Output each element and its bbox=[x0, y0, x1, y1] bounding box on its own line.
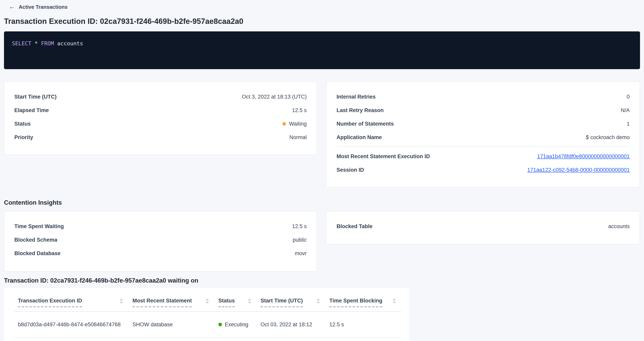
start-time-label: Start Time (UTC) bbox=[14, 94, 57, 100]
cell-statement: SHOW database bbox=[128, 311, 214, 338]
column-label-time-spent-blocking[interactable]: Time Spent Blocking bbox=[329, 298, 382, 307]
cell-start-time: Oct 03, 2022 at 18:12 bbox=[256, 311, 326, 338]
card-divider bbox=[336, 146, 630, 147]
waiting-on-table: Transaction Execution ID Most Recent Sta… bbox=[14, 288, 401, 338]
internal-retries-row: Internal Retries 0 bbox=[336, 90, 630, 103]
column-label-most-recent-statement[interactable]: Most Recent Statement bbox=[132, 298, 192, 307]
statement-execution-id-link[interactable]: 171aa1b478fdf0e80000000000000001 bbox=[537, 153, 630, 159]
priority-row: Priority Normal bbox=[14, 130, 307, 144]
sort-icon[interactable] bbox=[248, 299, 251, 304]
contention-right-card: Blocked Table accounts bbox=[326, 211, 640, 244]
sql-identifier: accounts bbox=[54, 40, 83, 46]
application-name-row: Application Name $ cockroach demo bbox=[336, 130, 630, 144]
blocked-schema-label: Blocked Schema bbox=[14, 237, 57, 243]
priority-label: Priority bbox=[14, 134, 33, 140]
status-value-text: Waiting bbox=[289, 121, 307, 127]
blocked-table-row: Blocked Table accounts bbox=[336, 219, 630, 233]
application-name-label: Application Name bbox=[336, 134, 382, 140]
sort-icon[interactable] bbox=[206, 299, 209, 304]
last-retry-reason-label: Last Retry Reason bbox=[336, 107, 384, 113]
statement-execution-id-label: Most Recent Statement Execution ID bbox=[336, 153, 430, 159]
column-header-time-spent-blocking[interactable]: Time Spent Blocking bbox=[326, 288, 401, 311]
page-title: Transaction Execution ID: 02ca7931-f246-… bbox=[4, 17, 640, 26]
waiting-on-heading: Transaction ID: 02ca7931-f246-469b-b2fe-… bbox=[4, 277, 640, 284]
contention-cards-row: Time Spent Waiting 12.5 s Blocked Schema… bbox=[4, 211, 640, 272]
back-link[interactable]: ← Active Transactions bbox=[4, 2, 640, 11]
waiting-status-dot-icon bbox=[282, 122, 286, 125]
internal-retries-value: 0 bbox=[627, 94, 630, 100]
time-spent-waiting-row: Time Spent Waiting 12.5 s bbox=[14, 219, 307, 233]
transaction-details-page: ← Active Transactions Transaction Execut… bbox=[0, 0, 644, 341]
elapsed-time-value: 12.5 s bbox=[292, 107, 307, 113]
blocked-schema-row: Blocked Schema public bbox=[14, 233, 307, 246]
status-value: Waiting bbox=[282, 121, 307, 127]
table-header-row: Transaction Execution ID Most Recent Sta… bbox=[14, 288, 401, 311]
back-arrow-icon: ← bbox=[9, 3, 15, 10]
back-link-label[interactable]: Active Transactions bbox=[19, 4, 68, 10]
time-spent-waiting-label: Time Spent Waiting bbox=[14, 223, 64, 229]
session-id-label: Session ID bbox=[336, 167, 364, 173]
elapsed-time-row: Elapsed Time 12.5 s bbox=[14, 103, 307, 117]
blocked-schema-value: public bbox=[292, 237, 307, 243]
sql-statement-box: SELECT * FROM accounts bbox=[4, 31, 640, 69]
sort-icon[interactable] bbox=[317, 299, 320, 304]
application-name-value: $ cockroach demo bbox=[586, 134, 630, 140]
start-time-row: Start Time (UTC) Oct 3, 2022 at 18:13 (U… bbox=[14, 90, 307, 103]
start-time-value: Oct 3, 2022 at 18:13 (UTC) bbox=[242, 94, 307, 100]
txn-summary-right-card: Internal Retries 0 Last Retry Reason N/A… bbox=[326, 81, 640, 188]
sql-operator: * bbox=[32, 40, 41, 46]
column-header-status[interactable]: Status bbox=[214, 288, 256, 311]
column-header-transaction-execution-id[interactable]: Transaction Execution ID bbox=[14, 288, 128, 311]
sql-keyword-select: SELECT bbox=[12, 40, 32, 46]
column-label-start-time[interactable]: Start Time (UTC) bbox=[260, 298, 303, 307]
summary-cards-row: Start Time (UTC) Oct 3, 2022 at 18:13 (U… bbox=[4, 81, 640, 188]
status-row: Status Waiting bbox=[14, 117, 307, 130]
cell-status: Executing bbox=[214, 311, 256, 338]
table-row: b8d7d03a-d497-446b-8474-e50846674768 SHO… bbox=[14, 311, 401, 338]
last-retry-reason-row: Last Retry Reason N/A bbox=[336, 103, 630, 117]
status-label: Status bbox=[14, 121, 31, 127]
number-of-statements-row: Number of Statements 1 bbox=[336, 117, 630, 130]
blocked-table-value: accounts bbox=[608, 223, 630, 229]
priority-value: Normal bbox=[290, 134, 307, 140]
blocked-database-value: movr bbox=[295, 250, 307, 256]
contention-insights-heading: Contention Insights bbox=[4, 199, 640, 206]
internal-retries-label: Internal Retries bbox=[336, 94, 376, 100]
contention-left-card: Time Spent Waiting 12.5 s Blocked Schema… bbox=[4, 211, 317, 272]
session-id-row: Session ID 171aa122-c092-54b8-0000-00000… bbox=[336, 163, 630, 176]
blocked-database-row: Blocked Database movr bbox=[14, 246, 307, 260]
statement-execution-id-row: Most Recent Statement Execution ID 171aa… bbox=[336, 149, 630, 163]
cell-status-text: Executing bbox=[225, 321, 248, 327]
cell-execution-id: b8d7d03a-d497-446b-8474-e50846674768 bbox=[14, 311, 128, 338]
sql-keyword-from: FROM bbox=[41, 40, 54, 46]
column-header-start-time[interactable]: Start Time (UTC) bbox=[256, 288, 326, 311]
column-header-most-recent-statement[interactable]: Most Recent Statement bbox=[128, 288, 214, 311]
elapsed-time-label: Elapsed Time bbox=[14, 107, 49, 113]
blocked-database-label: Blocked Database bbox=[14, 250, 61, 256]
column-label-status[interactable]: Status bbox=[218, 298, 235, 307]
sort-icon[interactable] bbox=[392, 299, 396, 304]
sort-icon[interactable] bbox=[120, 299, 123, 304]
executing-status-dot-icon bbox=[218, 323, 222, 326]
time-spent-waiting-value: 12.5 s bbox=[292, 223, 307, 229]
column-label-transaction-execution-id[interactable]: Transaction Execution ID bbox=[18, 298, 82, 307]
session-id-link[interactable]: 171aa122-c092-54b8-0000-000000000001 bbox=[527, 167, 630, 173]
number-of-statements-label: Number of Statements bbox=[336, 121, 394, 127]
blocked-table-label: Blocked Table bbox=[336, 223, 372, 229]
number-of-statements-value: 1 bbox=[627, 121, 630, 127]
waiting-on-table-card: Transaction Execution ID Most Recent Sta… bbox=[4, 288, 409, 341]
cell-time-blocking: 12.5 s bbox=[326, 311, 401, 338]
txn-summary-left-card: Start Time (UTC) Oct 3, 2022 at 18:13 (U… bbox=[4, 81, 317, 155]
last-retry-reason-value: N/A bbox=[621, 107, 630, 113]
